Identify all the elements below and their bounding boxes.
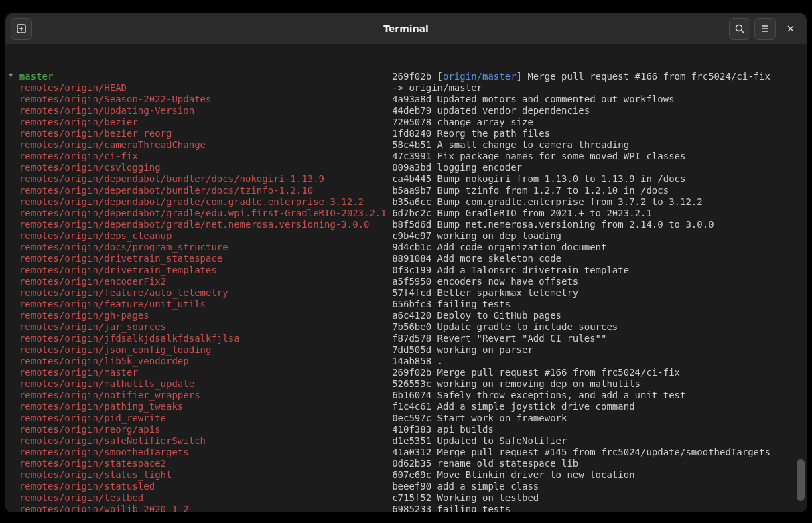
branch-row: remotes/origin/safeNotifierSwitchd1e5351… — [8, 435, 804, 447]
current-marker — [8, 481, 19, 492]
commit-info: 41a0312 Merge pull request #145 from frc… — [392, 447, 770, 458]
branch-row: remotes/origin/jfdsalkjdsalkfdsalkfjlsaf… — [8, 333, 804, 344]
commit-info: 7dd505d working on parser — [392, 344, 533, 356]
branch-row: remotes/origin/bezier7205078 change arra… — [8, 117, 804, 128]
branch-name: remotes/origin/jfdsalkjdsalkfdsalkfjlsa — [19, 333, 392, 344]
commit-info: 57f4fcd Better sparkmax telemetry — [392, 287, 578, 299]
branch-name: remotes/origin/dependabot/gradle/edu.wpi… — [19, 208, 392, 219]
current-marker — [8, 469, 19, 481]
branch-row: remotes/origin/HEAD-> origin/master — [8, 82, 804, 94]
branch-name: remotes/origin/drivetrain_templates — [19, 265, 392, 276]
current-marker — [8, 413, 19, 424]
commit-info: 009a3bd logging encoder — [392, 162, 522, 173]
titlebar: Terminal — [5, 13, 807, 44]
current-marker — [8, 504, 19, 512]
commit-info: 6985233 failing tests — [392, 504, 511, 512]
window-title: Terminal — [383, 23, 429, 34]
commit-info: 58c4b51 A small change to camera threadi… — [392, 139, 629, 151]
scrollbar-thumb[interactable] — [797, 459, 805, 501]
branch-name: remotes/origin/csvlogging — [19, 162, 392, 173]
current-marker — [8, 219, 19, 230]
branch-name: remotes/origin/drivetrain_statespace — [19, 253, 392, 265]
current-marker — [8, 356, 19, 367]
branch-row: remotes/origin/smoothedTargets41a0312 Me… — [8, 447, 804, 458]
current-marker — [8, 458, 19, 469]
current-marker: * — [8, 71, 19, 82]
commit-info: 47c3991 Fix package names for some moved… — [392, 151, 685, 162]
commit-info: c9b4e97 working on dep loading — [392, 230, 561, 242]
current-marker — [8, 276, 19, 287]
commit-info: beeef90 add a simple class — [392, 481, 539, 492]
branch-name: remotes/origin/lib5k_vendordep — [19, 356, 392, 367]
branch-row: remotes/origin/notifier_wrappers6b16074 … — [8, 390, 804, 401]
branch-row: remotes/origin/testbedc715f52 Working on… — [8, 492, 804, 504]
branch-name: remotes/origin/dependabot/bundler/docs/t… — [19, 185, 392, 196]
branch-name: remotes/origin/cameraThreadChange — [19, 139, 392, 151]
branch-name: remotes/origin/dependabot/gradle/com.gra… — [19, 196, 392, 208]
branch-name: remotes/origin/encoderFix2 — [19, 276, 392, 287]
commit-info: a6c4120 Deploy to GitHub pages — [392, 310, 561, 321]
branch-name: remotes/origin/feature/auto_telemetry — [19, 287, 392, 299]
current-marker — [8, 162, 19, 173]
branch-row: remotes/origin/pid_rewrite0ec597c Start … — [8, 413, 804, 424]
commit-info: ca4b445 Bump nokogiri from 1.13.0 to 1.1… — [392, 173, 685, 185]
branch-name: remotes/origin/reorg/apis — [19, 424, 392, 435]
terminal-window: Terminal — [5, 13, 807, 512]
branch-row: remotes/origin/drivetrain_statespace8891… — [8, 253, 804, 265]
branch-name: remotes/origin/Season-2022-Updates — [19, 94, 392, 105]
branch-row: remotes/origin/statespace20d62b35 rename… — [8, 458, 804, 469]
branch-row: remotes/origin/docs/program_structure9d4… — [8, 242, 804, 253]
search-button[interactable] — [729, 18, 750, 40]
branch-name: remotes/origin/status_light — [19, 469, 392, 481]
search-icon — [734, 23, 745, 34]
branch-row: remotes/origin/jar_sources7b56be0 Update… — [8, 321, 804, 333]
commit-info: c715f52 Working on testbed — [392, 492, 539, 504]
commit-info: 269f02b Merge pull request #166 from frc… — [392, 367, 680, 378]
branch-name: remotes/origin/notifier_wrappers — [19, 390, 392, 401]
branch-row: remotes/origin/dependabot/gradle/edu.wpi… — [8, 208, 804, 219]
commit-info: 607e69c Move Blinkin driver to new locat… — [392, 469, 634, 481]
branch-name: remotes/origin/statespace2 — [19, 458, 392, 469]
terminal-content[interactable]: * master269f02b [origin/master] Merge pu… — [5, 44, 807, 512]
plus-box-icon — [16, 23, 27, 34]
commit-info: b8f5d6d Bump net.nemerosa.versioning fro… — [392, 219, 714, 230]
current-marker — [8, 265, 19, 276]
branch-row: remotes/origin/status_light607e69c Move … — [8, 469, 804, 481]
svg-line-4 — [742, 30, 744, 33]
branch-row: remotes/origin/Updating-Version44deb79 u… — [8, 105, 804, 117]
branch-name: remotes/origin/mathutils_update — [19, 378, 392, 390]
commit-info: b35a6cc Bump com.gradle.enterprise from … — [392, 196, 703, 208]
current-marker — [8, 128, 19, 139]
current-marker — [8, 424, 19, 435]
commit-info: f87d578 Revert "Revert "Add CI rules"" — [392, 333, 606, 344]
current-marker — [8, 173, 19, 185]
hamburger-icon — [760, 23, 770, 34]
commit-info: 44deb79 updated vendor dependencies — [392, 105, 590, 117]
commit-info: 8891084 Add more skeleton code — [392, 253, 561, 265]
commit-info: d1e5351 Updated to SafeNotifier — [392, 435, 567, 447]
branch-row: remotes/origin/feature/unit_utils656bfc3… — [8, 299, 804, 310]
branch-name: remotes/origin/docs/program_structure — [19, 242, 392, 253]
branch-row: remotes/origin/encoderFix2a5f5950 encode… — [8, 276, 804, 287]
new-tab-button[interactable] — [11, 18, 32, 40]
commit-info: 526553c working on removing dep on mathu… — [392, 378, 640, 390]
menu-button[interactable] — [754, 18, 776, 40]
commit-info: 0ec597c Start work on framework — [392, 413, 567, 424]
current-marker — [8, 230, 19, 242]
commit-info: 7b56be0 Update gradle to include sources — [392, 321, 618, 333]
branch-name: remotes/origin/json_config_loading — [19, 344, 392, 356]
branch-name: remotes/origin/ci-fix — [19, 151, 392, 162]
commit-info: 269f02b [origin/master] Merge pull reque… — [392, 71, 770, 82]
branch-name: remotes/origin/Updating-Version — [19, 105, 392, 117]
current-marker — [8, 105, 19, 117]
current-marker — [8, 208, 19, 219]
current-marker — [8, 447, 19, 458]
current-marker — [8, 367, 19, 378]
commit-info: 9d4cb1c Add code organization document — [392, 242, 606, 253]
close-button[interactable] — [780, 18, 801, 40]
commit-info: b5aa9b7 Bump tzinfo from 1.2.7 to 1.2.10… — [392, 185, 669, 196]
branch-name: remotes/origin/bezier_reorg — [19, 128, 392, 139]
scrollbar-track[interactable] — [797, 44, 805, 512]
commit-info: 7205078 change array size — [392, 117, 533, 128]
branch-row: remotes/origin/dependabot/bundler/docs/n… — [8, 173, 804, 185]
